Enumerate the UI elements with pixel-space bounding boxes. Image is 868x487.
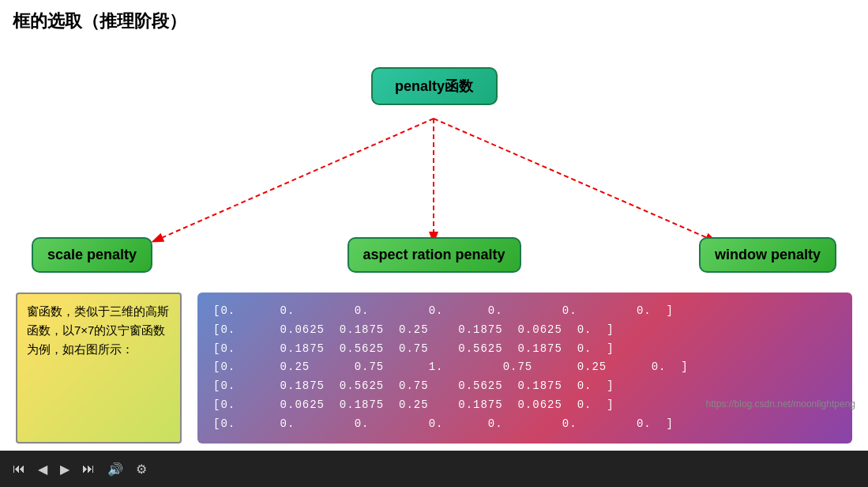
toolbar: ⏮ ◀ ▶ ⏭ 🔊 ⚙ bbox=[0, 451, 868, 487]
description-box: 窗函数，类似于三维的高斯函数，以7×7的汉宁窗函数为例，如右图所示： bbox=[16, 293, 182, 444]
matrix-row: [0. 0.1875 0.5625 0.75 0.5625 0.1875 0. … bbox=[213, 340, 836, 359]
slide: 框的选取（推理阶段） penalty函数 scale penalty bbox=[0, 0, 868, 451]
matrix-row: [0. 0.0625 0.1875 0.25 0.1875 0.0625 0. … bbox=[213, 321, 836, 340]
toolbar-icon-3[interactable]: ▶ bbox=[57, 460, 73, 478]
watermark: https://blog.csdn.net/moonlightpeng bbox=[706, 398, 855, 410]
node-left: scale penalty bbox=[32, 237, 152, 273]
matrix-row: [0. 0.25 0.75 1. 0.75 0.25 0. ] bbox=[213, 358, 836, 377]
toolbar-icon-2[interactable]: ◀ bbox=[35, 460, 51, 478]
matrix-row: [0. 0. 0. 0. 0. 0. 0. ] bbox=[213, 415, 836, 434]
svg-line-2 bbox=[434, 119, 715, 241]
matrix-row: [0. 0.1875 0.5625 0.75 0.5625 0.1875 0. … bbox=[213, 377, 836, 396]
node-center: aspect ration penalty bbox=[347, 237, 520, 273]
matrix-row: [0. 0. 0. 0. 0. 0. 0. ] bbox=[213, 302, 836, 321]
node-root: penalty函数 bbox=[371, 67, 498, 105]
node-right: window penalty bbox=[699, 237, 836, 273]
toolbar-icon-5[interactable]: 🔊 bbox=[104, 460, 126, 478]
tree-diagram: penalty函数 scale penalty aspect ration pe… bbox=[0, 43, 868, 289]
page-title: 框的选取（推理阶段） bbox=[0, 0, 868, 40]
toolbar-icon-4[interactable]: ⏭ bbox=[79, 460, 98, 478]
toolbar-icon-6[interactable]: ⚙ bbox=[133, 460, 150, 478]
svg-line-0 bbox=[154, 119, 434, 241]
bottom-section: 窗函数，类似于三维的高斯函数，以7×7的汉宁窗函数为例，如右图所示： [0. 0… bbox=[0, 293, 868, 444]
toolbar-icon-1[interactable]: ⏮ bbox=[9, 460, 28, 478]
matrix-box: [0. 0. 0. 0. 0. 0. 0. ][0. 0.0625 0.1875… bbox=[197, 293, 852, 444]
